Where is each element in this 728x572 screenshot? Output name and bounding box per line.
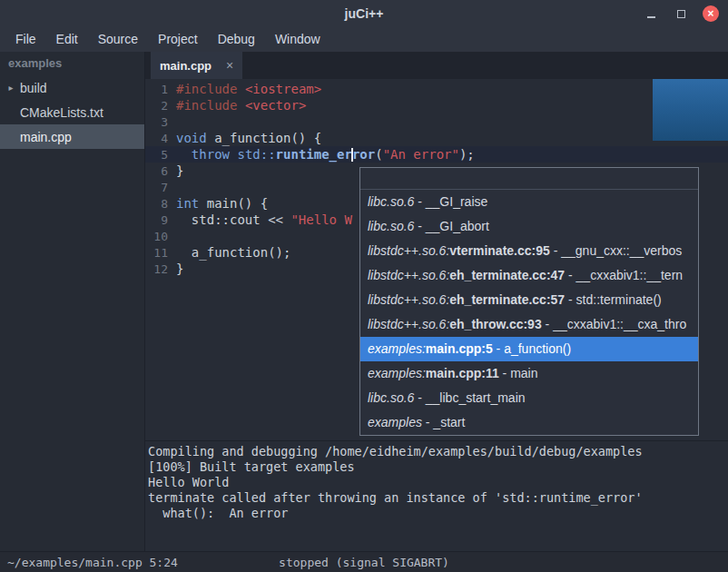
line-number[interactable]: 11	[145, 246, 176, 260]
line-number[interactable]: 9	[145, 213, 176, 227]
code-text: #include <iostream>	[176, 82, 321, 96]
tree-item-cmakelists-txt[interactable]: CMakeLists.txt	[0, 100, 144, 124]
frame-library: examples:	[368, 341, 426, 356]
frame-function: - __cxxabiv1::__cxa_thro	[542, 317, 687, 331]
tree-item-label: main.cpp	[18, 130, 72, 144]
stack-frame-row[interactable]: libc.so.6 - __GI_raise	[360, 190, 698, 214]
close-button[interactable]: ×	[703, 5, 719, 22]
file-tree-sidebar: examples ▸buildCMakeLists.txtmain.cpp	[0, 52, 145, 551]
frame-library: libstdc++.so.6:	[368, 268, 449, 282]
code-text: int main() {	[176, 196, 268, 211]
frame-file: vterminate.cc:95	[449, 243, 550, 258]
titlebar: juCi++ ×	[0, 0, 728, 27]
app-window: juCi++ × FileEditSourceProjectDebugWindo…	[0, 0, 728, 572]
frame-function: - __GI_abort	[414, 219, 489, 233]
frame-function: - __GI_raise	[414, 194, 487, 209]
menu-item-window[interactable]: Window	[265, 27, 330, 52]
stack-frame-row[interactable]: libc.so.6 - __GI_abort	[360, 214, 698, 239]
stack-frame-row[interactable]: examples:main.cpp:11 - main	[360, 361, 698, 386]
status-file-position: ~/examples/main.cpp 5:24	[0, 556, 178, 569]
stack-frame-row[interactable]: examples:main.cpp:5 - a_function()	[360, 337, 698, 361]
stack-frame-row[interactable]: libstdc++.so.6:eh_terminate.cc:47 - __cx…	[360, 263, 698, 288]
close-icon: ×	[707, 8, 713, 19]
frame-file: main.cpp:11	[426, 366, 499, 380]
terminal-line: terminate called after throwing an insta…	[148, 490, 728, 506]
stack-frame-row[interactable]: libc.so.6 - __libc_start_main	[360, 386, 698, 410]
window-controls: ×	[643, 0, 719, 27]
tabbar: main.cpp ×	[145, 52, 728, 79]
line-number[interactable]: 1	[145, 83, 176, 96]
code-text: }	[176, 261, 183, 276]
frame-library: examples:	[368, 366, 426, 380]
frame-function: - main	[499, 366, 538, 380]
code-text: void a_function() {	[176, 131, 321, 145]
frame-function: - _start	[422, 415, 465, 429]
frame-file: eh_throw.cc:93	[449, 317, 541, 331]
terminal-line: Hello World	[148, 475, 728, 490]
menu-item-debug[interactable]: Debug	[208, 27, 265, 52]
frame-library: libstdc++.so.6:	[368, 317, 449, 331]
terminal-line: [100%] Built target examples	[148, 459, 728, 475]
frame-file: eh_terminate.cc:47	[449, 268, 565, 282]
editor-line[interactable]: 3	[145, 113, 728, 130]
stack-frame-row[interactable]: libstdc++.so.6:vterminate.cc:95 - __gnu_…	[360, 239, 698, 263]
code-text: throw std::runtime_error("An error");	[176, 147, 475, 163]
stack-frame-row[interactable]: libstdc++.so.6:eh_throw.cc:93 - __cxxabi…	[360, 312, 698, 337]
editor-line[interactable]: 4void a_function() {	[145, 130, 728, 146]
frame-file: eh_terminate.cc:57	[449, 292, 565, 307]
window-title: juCi++	[0, 6, 728, 21]
frame-function: - __libc_start_main	[414, 390, 525, 405]
menu-item-source[interactable]: Source	[88, 27, 148, 52]
tree-item-build[interactable]: ▸build	[0, 75, 144, 100]
tree-item-main-cpp[interactable]: main.cpp	[0, 124, 144, 149]
line-number[interactable]: 8	[145, 197, 176, 211]
frame-file: main.cpp:5	[426, 341, 493, 356]
statusbar: stopped (signal SIGABRT) ~/examples/main…	[0, 551, 728, 572]
frame-library: libstdc++.so.6:	[368, 292, 449, 307]
menu-item-file[interactable]: File	[5, 27, 46, 52]
line-number[interactable]: 7	[145, 181, 176, 194]
menu-item-edit[interactable]: Edit	[46, 27, 88, 52]
frame-library: libc.so.6	[368, 390, 414, 405]
frame-function: - __cxxabiv1::__tern	[565, 268, 683, 282]
restore-icon	[677, 10, 685, 18]
frame-function: - std::terminate()	[565, 292, 662, 307]
stack-frame-row[interactable]: libstdc++.so.6:eh_terminate.cc:57 - std:…	[360, 288, 698, 312]
line-number[interactable]: 4	[145, 132, 176, 145]
line-number[interactable]: 6	[145, 164, 176, 178]
menubar: FileEditSourceProjectDebugWindow	[0, 27, 728, 52]
stack-frame-row[interactable]: examples - _start	[360, 410, 698, 435]
line-number[interactable]: 12	[145, 262, 176, 276]
line-number[interactable]: 2	[145, 99, 176, 113]
minimize-icon	[647, 16, 655, 18]
frame-library: examples	[368, 415, 422, 429]
restore-button[interactable]	[673, 5, 689, 22]
menu-item-project[interactable]: Project	[148, 27, 208, 52]
minimize-button[interactable]	[643, 5, 659, 22]
tab-main-cpp[interactable]: main.cpp ×	[151, 52, 242, 79]
sidebar-header: examples	[0, 52, 144, 75]
frame-function: - a_function()	[493, 341, 571, 356]
code-text: a_function();	[176, 245, 290, 260]
popup-search-input[interactable]	[360, 168, 698, 190]
frame-library: libc.so.6	[368, 219, 414, 233]
code-text: std::cout << "Hello W	[176, 212, 352, 227]
frame-function: - __gnu_cxx::__verbos	[550, 243, 683, 258]
editor-line[interactable]: 1#include <iostream>	[145, 81, 728, 97]
tab-label: main.cpp	[160, 59, 212, 73]
line-number[interactable]: 10	[145, 230, 176, 243]
terminal-line: what(): An error	[148, 506, 728, 521]
line-number[interactable]: 5	[145, 148, 176, 162]
editor-line[interactable]: 2#include <vector>	[145, 97, 728, 113]
editor-line[interactable]: 5 throw std::runtime_error("An error");	[145, 146, 728, 163]
tab-close-icon[interactable]: ×	[226, 58, 233, 73]
sidebar-tree: ▸buildCMakeLists.txtmain.cpp	[0, 75, 144, 149]
terminal-panel[interactable]: Compiling and debugging /home/eidheim/ex…	[145, 440, 728, 551]
terminal-line: Compiling and debugging /home/eidheim/ex…	[148, 444, 728, 459]
tree-item-label: build	[18, 81, 47, 95]
stack-trace-popup: libc.so.6 - __GI_raiselibc.so.6 - __GI_a…	[359, 167, 699, 436]
frame-library: libstdc++.so.6:	[368, 243, 449, 258]
frame-library: libc.so.6	[368, 194, 414, 209]
popup-list: libc.so.6 - __GI_raiselibc.so.6 - __GI_a…	[360, 190, 698, 435]
line-number[interactable]: 3	[145, 115, 176, 129]
